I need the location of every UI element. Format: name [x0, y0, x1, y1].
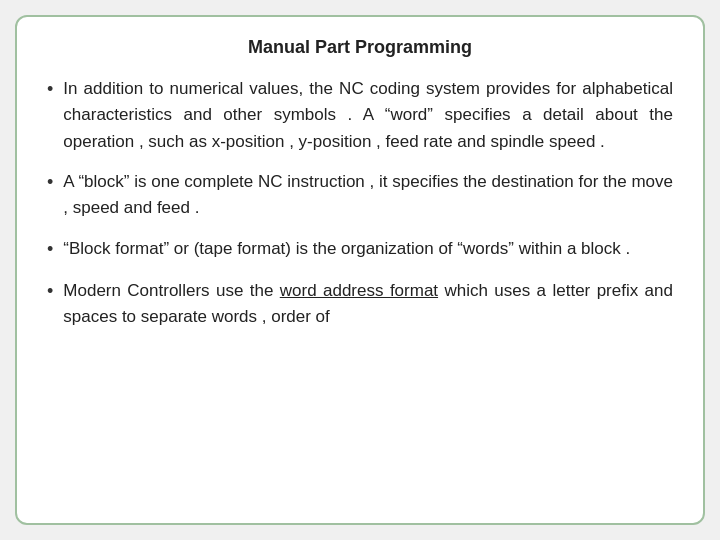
bullet-row-3: • “Block format” or (tape format) is the…	[47, 236, 673, 264]
card-title: Manual Part Programming	[47, 37, 673, 58]
bullet-text-4: Modern Controllers use the word address …	[63, 278, 673, 331]
bullet-text-2: A “block” is one complete NC instruction…	[63, 169, 673, 222]
bullet-text-3: “Block format” or (tape format) is the o…	[63, 236, 630, 262]
bullet-text-1: In addition to numerical values, the NC …	[63, 76, 673, 155]
bullet-section-2: • A “block” is one complete NC instructi…	[47, 169, 673, 222]
bullet-row-4: • Modern Controllers use the word addres…	[47, 278, 673, 331]
bullet-section-4: • Modern Controllers use the word addres…	[47, 278, 673, 331]
bullet-text-4-part1: Modern Controllers use the	[63, 281, 279, 300]
bullet-icon-3: •	[47, 236, 53, 264]
bullet-text-4-underline: word address format	[280, 281, 438, 300]
bullet-icon-2: •	[47, 169, 53, 197]
bullet-row-1: • In addition to numerical values, the N…	[47, 76, 673, 155]
bullet-icon-1: •	[47, 76, 53, 104]
main-card: Manual Part Programming • In addition to…	[15, 15, 705, 525]
bullet-icon-4: •	[47, 278, 53, 306]
bullet-section-1: • In addition to numerical values, the N…	[47, 76, 673, 155]
bullet-section-3: • “Block format” or (tape format) is the…	[47, 236, 673, 264]
bullet-row-2: • A “block” is one complete NC instructi…	[47, 169, 673, 222]
